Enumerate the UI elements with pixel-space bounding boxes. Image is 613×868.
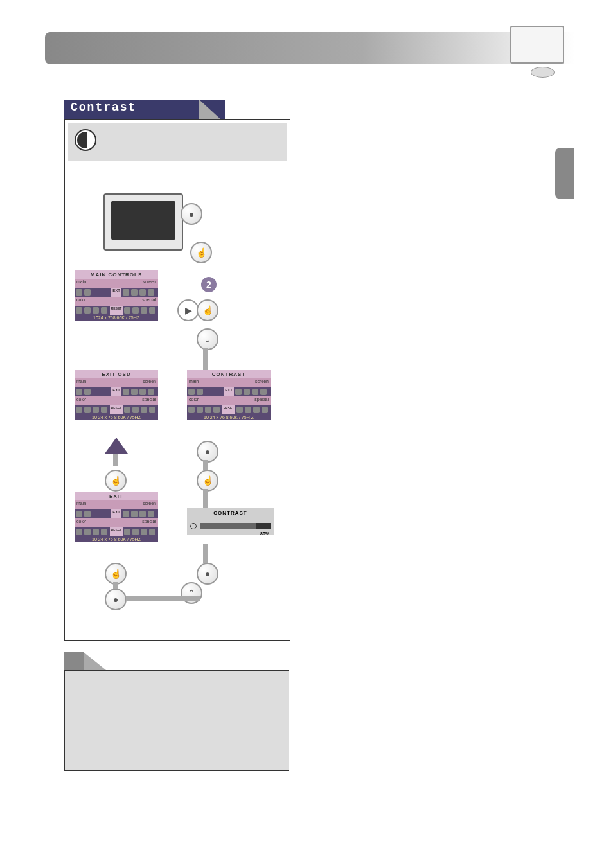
contrast-mini-icon bbox=[190, 523, 197, 529]
contrast-slider: CONTRAST 80% bbox=[187, 508, 274, 535]
hand-icon: ☝ bbox=[202, 475, 213, 486]
monitor-main-controls bbox=[103, 193, 190, 264]
flow-line bbox=[203, 348, 208, 370]
flow-line bbox=[203, 460, 208, 470]
step-btn-dot-4[interactable]: ● bbox=[197, 563, 218, 585]
arrow-right-icon: ▶ bbox=[185, 305, 192, 315]
osd-title: MAIN CONTROLS bbox=[75, 270, 158, 279]
step-btn-hand-4[interactable]: ☝ bbox=[197, 470, 218, 492]
dot-icon: ● bbox=[113, 594, 118, 605]
step-btn-hand-1[interactable]: ☝ bbox=[190, 242, 212, 263]
flow-line bbox=[113, 454, 118, 466]
step-btn-1[interactable]: ● bbox=[181, 203, 202, 225]
hand-icon: ☝ bbox=[111, 475, 121, 486]
hand-icon: ☝ bbox=[111, 569, 121, 579]
flow-line bbox=[203, 544, 208, 563]
dot-icon: ● bbox=[189, 209, 194, 219]
dot-icon: ● bbox=[205, 569, 210, 579]
step-btn-hand-5[interactable]: ☝ bbox=[105, 563, 127, 585]
dot-icon: ● bbox=[205, 447, 210, 457]
osd-exit-osd: EXIT OSD main screen EXT color special R… bbox=[75, 370, 158, 420]
hand-icon: ☝ bbox=[202, 305, 213, 315]
osd-main-controls: MAIN CONTROLS main screen EXT color spec… bbox=[75, 270, 158, 321]
step-btn-dot-2[interactable]: ● bbox=[197, 441, 218, 463]
osd-exit: EXIT main screen EXT color special RESET… bbox=[75, 492, 158, 542]
note-header bbox=[64, 652, 84, 670]
step-btn-hand-3[interactable]: ☝ bbox=[105, 470, 127, 492]
step-btn-bottom[interactable]: ⌄ bbox=[197, 328, 218, 350]
monitor-illustration-top bbox=[510, 26, 574, 87]
arrow-btn[interactable]: ▶ bbox=[177, 299, 199, 321]
main-diagram-box: MAIN CONTROLS main screen EXT color spec… bbox=[64, 119, 290, 641]
step-badge-2: 2 bbox=[201, 277, 217, 292]
header-bar bbox=[45, 32, 574, 64]
footer-rule bbox=[64, 797, 549, 797]
step-btn-dot-3[interactable]: ● bbox=[105, 589, 127, 610]
note-section bbox=[64, 652, 289, 771]
triangle-up-icon bbox=[105, 438, 128, 454]
down-icon: ⌄ bbox=[204, 334, 211, 344]
hand-icon: ☝ bbox=[196, 247, 207, 258]
side-tab bbox=[555, 148, 574, 199]
flow-line-horizontal bbox=[126, 596, 200, 601]
note-box bbox=[64, 670, 289, 771]
note-triangle bbox=[84, 652, 106, 670]
contrast-icon bbox=[75, 129, 96, 151]
flow-line bbox=[203, 489, 208, 508]
icon-bg bbox=[68, 123, 287, 161]
step-btn-hand-2[interactable]: ☝ bbox=[197, 299, 218, 321]
osd-contrast: CONTRAST main screen EXT color special R… bbox=[187, 370, 271, 420]
section-title-triangle bbox=[199, 100, 222, 120]
